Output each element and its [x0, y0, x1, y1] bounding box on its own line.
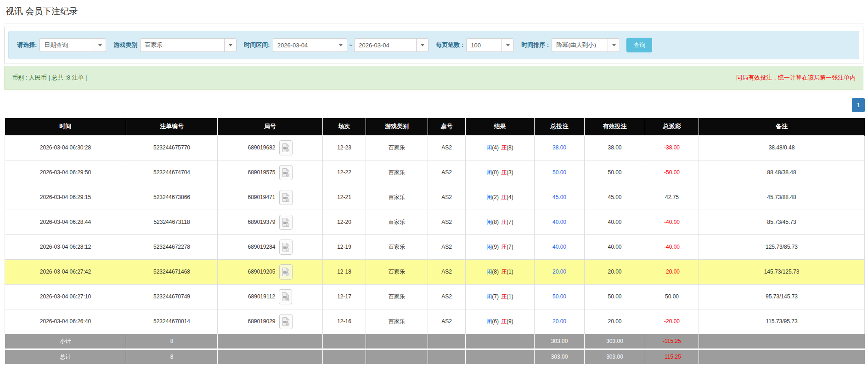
time-cell: 2026-03-04 06:29:15 — [5, 185, 126, 210]
round-number: 689019471 — [248, 194, 275, 200]
view-video-button[interactable] — [279, 240, 293, 255]
round-number: 689019575 — [248, 169, 275, 176]
notice-bar: 币别 : 人民币 | 总共 :8 注单 | 同局有效投注，统一计算在该局第一张注… — [4, 66, 863, 90]
bet-id-cell: 523244673866 — [126, 185, 218, 210]
banker-result: 庄(7) — [501, 219, 513, 225]
view-video-button[interactable] — [279, 314, 293, 329]
result-cell: 闲(7)庄(1) — [466, 284, 535, 309]
date-from-picker[interactable] — [273, 38, 347, 52]
game-type-input[interactable] — [140, 38, 224, 52]
payout-cell: -40.00 — [645, 210, 699, 234]
view-video-button[interactable] — [279, 289, 292, 304]
date-to-dropdown-button[interactable] — [416, 38, 428, 52]
bet-record-row[interactable]: 2026-03-04 06:28:44 523244673118 6890193… — [5, 210, 865, 234]
currency-summary-text: 币别 : 人民币 | 总共 :8 注单 | — [12, 74, 87, 82]
result-cell: 闲(6)庄(9) — [466, 309, 535, 334]
table-number-cell: AS2 — [428, 234, 466, 259]
game-type-dropdown-button[interactable] — [224, 38, 237, 52]
valid-bet-cell: 45.00 — [585, 185, 645, 210]
view-video-button[interactable] — [279, 165, 293, 180]
caret-down-icon — [229, 44, 232, 46]
total-bet-link[interactable]: 20.00 — [535, 309, 585, 334]
game-type-cell: 百家乐 — [366, 284, 428, 309]
time-cell: 2026-03-04 06:26:40 — [5, 309, 126, 334]
round-cell: 689019575 — [218, 160, 323, 185]
subtotal-row: 小计 8 303.00 303.00 -115.25 — [5, 334, 865, 349]
view-video-button[interactable] — [279, 264, 293, 280]
date-to-picker[interactable] — [354, 38, 428, 52]
time-cell: 2026-03-04 06:29:50 — [5, 160, 126, 185]
col-header-round-id: 局号 — [218, 118, 323, 135]
sort-order-dropdown-button[interactable] — [608, 38, 620, 52]
empty-cell — [366, 334, 428, 349]
bet-record-row[interactable]: 2026-03-04 06:27:10 523244670749 6890191… — [5, 284, 865, 309]
banker-result: 庄(8) — [501, 144, 513, 151]
total-bet-link[interactable]: 45.00 — [535, 185, 585, 210]
caret-down-icon — [612, 44, 616, 46]
total-bet-link[interactable]: 40.00 — [535, 234, 585, 259]
date-range-separator: ~ — [349, 42, 353, 49]
game-type-cell: 百家乐 — [366, 259, 428, 284]
total-row: 总计 8 303.00 303.00 -115.25 — [5, 349, 865, 364]
total-bet-link[interactable]: 38.00 — [535, 135, 585, 160]
search-button[interactable]: 查询 — [626, 38, 652, 52]
session-cell: 12-20 — [323, 210, 366, 234]
query-type-label: 请选择: — [17, 41, 37, 49]
result-cell: 闲(8)庄(7) — [466, 210, 535, 234]
session-cell: 12-18 — [323, 259, 366, 284]
query-type-dropdown-button[interactable] — [94, 38, 106, 52]
total-payout: -115.25 — [645, 349, 699, 364]
bet-record-row[interactable]: 2026-03-04 06:29:50 523244674704 6890195… — [5, 160, 865, 185]
table-number-cell: AS2 — [428, 210, 466, 234]
view-video-button[interactable] — [279, 215, 293, 230]
empty-cell — [428, 334, 466, 349]
total-count: 8 — [126, 349, 218, 364]
round-number: 689019682 — [248, 144, 275, 151]
pagination-page-1-button[interactable]: 1 — [852, 98, 865, 112]
page-size-input[interactable] — [466, 38, 502, 52]
video-record-icon — [282, 217, 290, 227]
valid-bet-cell: 40.00 — [585, 234, 645, 259]
date-from-input[interactable] — [273, 38, 335, 52]
player-result: 闲(7) — [486, 293, 499, 300]
round-cell: 689019682 — [218, 135, 323, 160]
view-video-button[interactable] — [279, 140, 293, 155]
total-bet-link[interactable]: 20.00 — [535, 259, 585, 284]
sort-order-select[interactable] — [552, 38, 620, 52]
total-bet-link[interactable]: 50.00 — [535, 160, 585, 185]
bet-record-row[interactable]: 2026-03-04 06:29:15 523244673866 6890194… — [5, 185, 865, 210]
date-from-dropdown-button[interactable] — [335, 38, 347, 52]
empty-cell — [428, 349, 466, 364]
view-video-button[interactable] — [279, 190, 293, 205]
remark-cell: 115.73/95.73 — [699, 309, 865, 334]
date-to-input[interactable] — [354, 38, 416, 52]
empty-cell — [323, 349, 366, 364]
payout-cell: -40.00 — [645, 234, 699, 259]
query-type-select[interactable] — [39, 38, 106, 52]
total-bet-link[interactable]: 50.00 — [535, 284, 585, 309]
bet-id-cell: 523244670749 — [126, 284, 218, 309]
col-header-total-bet: 总投注 — [535, 118, 585, 135]
bet-id-cell: 523244675770 — [126, 135, 218, 160]
bet-record-row[interactable]: 2026-03-04 06:26:40 523244670014 6890190… — [5, 309, 865, 334]
banker-result: 庄(9) — [501, 318, 513, 325]
col-header-remark: 备注 — [699, 118, 865, 135]
bet-record-row[interactable]: 2026-03-04 06:28:12 523244672278 6890192… — [5, 234, 865, 259]
video-record-icon — [282, 292, 289, 302]
valid-bet-cell: 20.00 — [585, 309, 645, 334]
table-body: 2026-03-04 06:30:28 523244675770 6890196… — [5, 135, 865, 334]
page-size-select[interactable] — [466, 38, 514, 52]
bet-record-row[interactable]: 2026-03-04 06:27:42 523244671468 6890192… — [5, 259, 865, 284]
col-header-valid-bet: 有效投注 — [585, 118, 645, 135]
query-type-input[interactable] — [39, 38, 94, 52]
round-cell: 689019284 — [218, 234, 323, 259]
sort-order-input[interactable] — [552, 38, 608, 52]
bet-record-row[interactable]: 2026-03-04 06:30:28 523244675770 6890196… — [5, 135, 865, 160]
page-size-dropdown-button[interactable] — [502, 38, 514, 52]
notice-warning-text: 同局有效投注，统一计算在该局第一张注单内 — [736, 74, 856, 82]
caret-down-icon — [506, 44, 510, 46]
game-type-select[interactable] — [140, 38, 237, 52]
remark-cell: 85.73/45.73 — [699, 210, 865, 234]
total-bet-link[interactable]: 40.00 — [535, 210, 585, 234]
video-record-icon — [282, 242, 290, 252]
